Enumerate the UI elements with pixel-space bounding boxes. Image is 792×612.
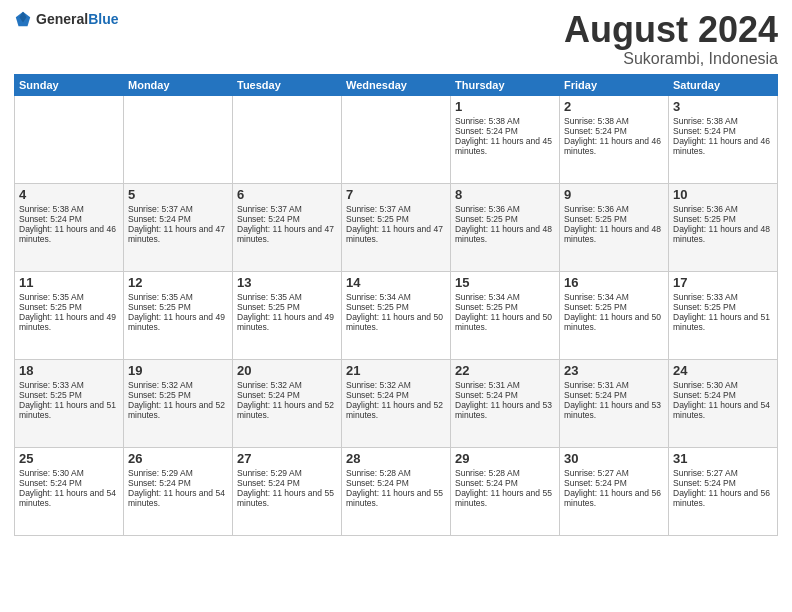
- day-number: 10: [673, 187, 773, 202]
- calendar-body: 1Sunrise: 5:38 AMSunset: 5:24 PMDaylight…: [15, 95, 778, 535]
- sunset-text: Sunset: 5:24 PM: [455, 390, 555, 400]
- calendar-cell: 27Sunrise: 5:29 AMSunset: 5:24 PMDayligh…: [233, 447, 342, 535]
- sunset-text: Sunset: 5:24 PM: [455, 126, 555, 136]
- logo: GeneralBlue: [14, 10, 118, 28]
- day-number: 14: [346, 275, 446, 290]
- day-number: 23: [564, 363, 664, 378]
- calendar-cell: 6Sunrise: 5:37 AMSunset: 5:24 PMDaylight…: [233, 183, 342, 271]
- daylight-text: Daylight: 11 hours and 54 minutes.: [673, 400, 773, 420]
- sunset-text: Sunset: 5:24 PM: [346, 390, 446, 400]
- sunrise-text: Sunrise: 5:38 AM: [455, 116, 555, 126]
- sunset-text: Sunset: 5:25 PM: [455, 302, 555, 312]
- sunrise-text: Sunrise: 5:37 AM: [346, 204, 446, 214]
- day-number: 26: [128, 451, 228, 466]
- calendar-cell: 21Sunrise: 5:32 AMSunset: 5:24 PMDayligh…: [342, 359, 451, 447]
- day-number: 20: [237, 363, 337, 378]
- sunset-text: Sunset: 5:25 PM: [564, 302, 664, 312]
- day-number: 30: [564, 451, 664, 466]
- sunrise-text: Sunrise: 5:30 AM: [19, 468, 119, 478]
- daylight-text: Daylight: 11 hours and 49 minutes.: [128, 312, 228, 332]
- daylight-text: Daylight: 11 hours and 51 minutes.: [19, 400, 119, 420]
- sunrise-text: Sunrise: 5:36 AM: [673, 204, 773, 214]
- calendar-cell: 28Sunrise: 5:28 AMSunset: 5:24 PMDayligh…: [342, 447, 451, 535]
- sunrise-text: Sunrise: 5:34 AM: [346, 292, 446, 302]
- calendar-cell: 18Sunrise: 5:33 AMSunset: 5:25 PMDayligh…: [15, 359, 124, 447]
- daylight-text: Daylight: 11 hours and 46 minutes.: [19, 224, 119, 244]
- daylight-text: Daylight: 11 hours and 46 minutes.: [673, 136, 773, 156]
- sunset-text: Sunset: 5:24 PM: [128, 214, 228, 224]
- header-wednesday: Wednesday: [342, 74, 451, 95]
- sunset-text: Sunset: 5:24 PM: [237, 478, 337, 488]
- calendar-cell: 22Sunrise: 5:31 AMSunset: 5:24 PMDayligh…: [451, 359, 560, 447]
- sunset-text: Sunset: 5:25 PM: [237, 302, 337, 312]
- sunset-text: Sunset: 5:24 PM: [237, 390, 337, 400]
- sunset-text: Sunset: 5:24 PM: [673, 126, 773, 136]
- calendar-cell: 9Sunrise: 5:36 AMSunset: 5:25 PMDaylight…: [560, 183, 669, 271]
- day-number: 15: [455, 275, 555, 290]
- sunrise-text: Sunrise: 5:36 AM: [564, 204, 664, 214]
- daylight-text: Daylight: 11 hours and 52 minutes.: [128, 400, 228, 420]
- sunrise-text: Sunrise: 5:28 AM: [346, 468, 446, 478]
- sunrise-text: Sunrise: 5:29 AM: [237, 468, 337, 478]
- title-block: August 2024 Sukorambi, Indonesia: [564, 10, 778, 68]
- day-number: 7: [346, 187, 446, 202]
- sunrise-text: Sunrise: 5:30 AM: [673, 380, 773, 390]
- sunset-text: Sunset: 5:24 PM: [346, 478, 446, 488]
- sunset-text: Sunset: 5:24 PM: [455, 478, 555, 488]
- day-number: 12: [128, 275, 228, 290]
- calendar-cell: 25Sunrise: 5:30 AMSunset: 5:24 PMDayligh…: [15, 447, 124, 535]
- calendar-table: Sunday Monday Tuesday Wednesday Thursday…: [14, 74, 778, 536]
- calendar-cell: 31Sunrise: 5:27 AMSunset: 5:24 PMDayligh…: [669, 447, 778, 535]
- daylight-text: Daylight: 11 hours and 55 minutes.: [237, 488, 337, 508]
- daylight-text: Daylight: 11 hours and 54 minutes.: [128, 488, 228, 508]
- calendar-header: Sunday Monday Tuesday Wednesday Thursday…: [15, 74, 778, 95]
- daylight-text: Daylight: 11 hours and 51 minutes.: [673, 312, 773, 332]
- day-number: 31: [673, 451, 773, 466]
- day-number: 13: [237, 275, 337, 290]
- calendar-cell: 26Sunrise: 5:29 AMSunset: 5:24 PMDayligh…: [124, 447, 233, 535]
- calendar-cell: 7Sunrise: 5:37 AMSunset: 5:25 PMDaylight…: [342, 183, 451, 271]
- calendar-cell: [233, 95, 342, 183]
- header: GeneralBlue August 2024 Sukorambi, Indon…: [14, 10, 778, 68]
- header-row: Sunday Monday Tuesday Wednesday Thursday…: [15, 74, 778, 95]
- sunrise-text: Sunrise: 5:27 AM: [564, 468, 664, 478]
- sunrise-text: Sunrise: 5:37 AM: [237, 204, 337, 214]
- daylight-text: Daylight: 11 hours and 49 minutes.: [237, 312, 337, 332]
- sunrise-text: Sunrise: 5:38 AM: [564, 116, 664, 126]
- calendar-title: August 2024: [564, 10, 778, 50]
- day-number: 17: [673, 275, 773, 290]
- day-number: 9: [564, 187, 664, 202]
- calendar-cell: 8Sunrise: 5:36 AMSunset: 5:25 PMDaylight…: [451, 183, 560, 271]
- day-number: 29: [455, 451, 555, 466]
- sunrise-text: Sunrise: 5:37 AM: [128, 204, 228, 214]
- day-number: 11: [19, 275, 119, 290]
- sunrise-text: Sunrise: 5:32 AM: [237, 380, 337, 390]
- daylight-text: Daylight: 11 hours and 54 minutes.: [19, 488, 119, 508]
- calendar-cell: [15, 95, 124, 183]
- daylight-text: Daylight: 11 hours and 45 minutes.: [455, 136, 555, 156]
- calendar-cell: 3Sunrise: 5:38 AMSunset: 5:24 PMDaylight…: [669, 95, 778, 183]
- calendar-cell: 17Sunrise: 5:33 AMSunset: 5:25 PMDayligh…: [669, 271, 778, 359]
- sunset-text: Sunset: 5:25 PM: [673, 302, 773, 312]
- calendar-cell: 13Sunrise: 5:35 AMSunset: 5:25 PMDayligh…: [233, 271, 342, 359]
- daylight-text: Daylight: 11 hours and 49 minutes.: [19, 312, 119, 332]
- day-number: 6: [237, 187, 337, 202]
- header-saturday: Saturday: [669, 74, 778, 95]
- day-number: 28: [346, 451, 446, 466]
- sunset-text: Sunset: 5:24 PM: [128, 478, 228, 488]
- header-thursday: Thursday: [451, 74, 560, 95]
- sunrise-text: Sunrise: 5:35 AM: [19, 292, 119, 302]
- calendar-cell: 4Sunrise: 5:38 AMSunset: 5:24 PMDaylight…: [15, 183, 124, 271]
- sunset-text: Sunset: 5:25 PM: [455, 214, 555, 224]
- day-number: 24: [673, 363, 773, 378]
- header-friday: Friday: [560, 74, 669, 95]
- day-number: 25: [19, 451, 119, 466]
- sunset-text: Sunset: 5:24 PM: [237, 214, 337, 224]
- sunrise-text: Sunrise: 5:35 AM: [128, 292, 228, 302]
- page: GeneralBlue August 2024 Sukorambi, Indon…: [0, 0, 792, 612]
- day-number: 22: [455, 363, 555, 378]
- daylight-text: Daylight: 11 hours and 46 minutes.: [564, 136, 664, 156]
- daylight-text: Daylight: 11 hours and 48 minutes.: [673, 224, 773, 244]
- calendar-cell: 12Sunrise: 5:35 AMSunset: 5:25 PMDayligh…: [124, 271, 233, 359]
- header-tuesday: Tuesday: [233, 74, 342, 95]
